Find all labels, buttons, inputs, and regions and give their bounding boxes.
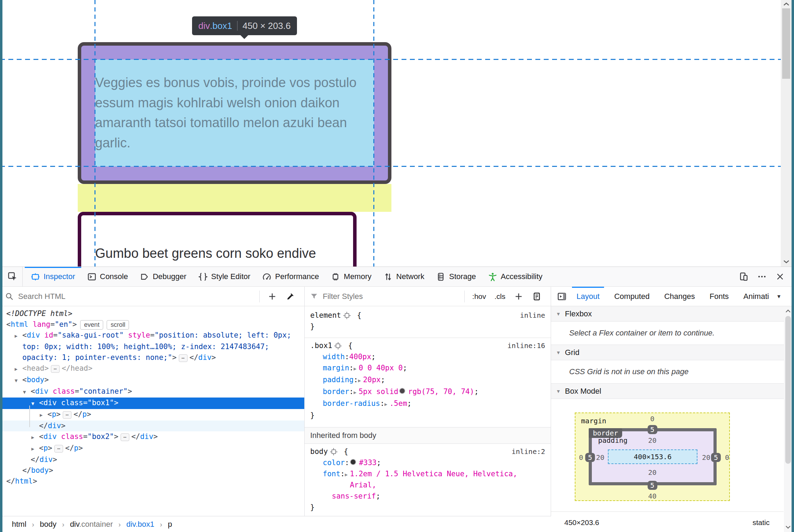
sidebar-tab-animations[interactable]: Animati	[736, 287, 776, 306]
border-bottom-value[interactable]: 5	[647, 481, 657, 490]
scroll-up-icon[interactable]	[781, 0, 792, 8]
all-tabs-menu[interactable]: ▼	[776, 293, 791, 299]
padding-left-value[interactable]: 20	[596, 453, 604, 462]
token-brk: </	[131, 432, 140, 441]
markup-row-body-close[interactable]: </body>	[0, 465, 304, 476]
expand-pane-button[interactable]	[555, 287, 569, 306]
tab-debugger[interactable]: Debugger	[134, 267, 192, 286]
tab-performance[interactable]: Performance	[256, 267, 325, 286]
indent-guide	[29, 406, 30, 427]
declaration-padding[interactable]: padding: ▶20px;	[305, 374, 551, 386]
flexbox-section-header[interactable]: ▼ Flexbox	[551, 306, 794, 322]
markup-row-html-close[interactable]: </html>	[0, 476, 304, 487]
declaration-width[interactable]: width: 400px;	[305, 351, 551, 362]
border-right-value[interactable]: 5	[711, 453, 721, 462]
declaration-margin[interactable]: margin: ▶0 0 40px 0;	[305, 362, 551, 374]
sidebar-tab-computed[interactable]: Computed	[607, 287, 657, 306]
declaration-font-wrap[interactable]: sans-serif;	[305, 491, 551, 502]
add-rule-button[interactable]	[510, 287, 528, 306]
devtools-menu-button[interactable]	[753, 267, 771, 286]
rule-source-link[interactable]: inline:2	[512, 446, 545, 457]
tab-inspector[interactable]: Inspector	[25, 267, 81, 286]
markup-row-box2[interactable]: ▶<div class="box2">⋯</div>	[0, 431, 304, 443]
markup-row-html[interactable]: <html lang="en">eventscroll	[0, 319, 304, 330]
breadcrumb-item-p[interactable]: p	[168, 520, 172, 529]
token-rbrk: {	[339, 447, 348, 456]
token-rval: 1.2em / 1.5 Helvetica Neue, Helvetica, A…	[350, 468, 545, 491]
padding-bottom-value[interactable]: 20	[648, 468, 656, 477]
add-node-button[interactable]	[263, 287, 281, 306]
rule-selector[interactable]: .box1 {	[310, 340, 353, 351]
declaration-font[interactable]: font: ▶1.2em / 1.5 Helvetica Neue, Helve…	[305, 468, 551, 491]
tab-console[interactable]: Console	[81, 267, 134, 286]
border-left-value[interactable]: 5	[585, 453, 595, 462]
tab-style-editor[interactable]: Style Editor	[192, 267, 257, 286]
declaration-border[interactable]: border: ▶5px solidrgb(75, 70, 74);	[305, 386, 551, 398]
rule-source-link[interactable]: inline:16	[507, 340, 545, 351]
page-scrollbar[interactable]	[781, 0, 792, 267]
padding-top-value[interactable]: 20	[648, 436, 656, 445]
eyedropper-button[interactable]	[281, 287, 299, 306]
markup-row-saka-gui-root[interactable]: ▶<div id="saka-gui-root" style="position…	[0, 330, 300, 363]
devtools-panels: Search HTML	[0, 287, 794, 532]
breadcrumb-item-body[interactable]: body	[40, 520, 56, 529]
print-simulation-button[interactable]	[528, 287, 546, 306]
sidebar-scrollbar-thumb[interactable]	[785, 316, 791, 464]
filter-styles-input[interactable]: Filter Styles	[323, 292, 363, 301]
markup-row-container-close[interactable]: </div>	[0, 454, 304, 465]
sidebar-tab-layout[interactable]: Layout	[569, 287, 607, 306]
boxmodel-section-header[interactable]: ▼ Box Model	[551, 384, 794, 399]
sidebar-scrollbar[interactable]	[784, 306, 792, 532]
box-model-footer: 450×203.6 static	[551, 511, 784, 532]
pseudo-class-toggle[interactable]: :hov	[468, 292, 490, 301]
breadcrumb-item-box1[interactable]: div.box1	[126, 520, 154, 529]
token-tag: p	[82, 410, 87, 418]
scroll-down-icon[interactable]	[784, 523, 792, 531]
token-rexp: ▶	[384, 399, 389, 410]
box-model-content[interactable]: 400×153.6	[608, 449, 697, 464]
grid-message: CSS Grid is not in use on this page	[551, 360, 794, 384]
token-rprop: color	[323, 457, 345, 468]
rule-selector[interactable]: element {	[310, 310, 361, 321]
tab-storage[interactable]: Storage	[430, 267, 482, 286]
token-brk: >	[61, 422, 66, 430]
markup-row-head[interactable]: ▶<head>⋯</head>	[0, 363, 304, 375]
declaration-border-radius[interactable]: border-radius: ▶.5em;	[305, 398, 551, 410]
tab-network[interactable]: Network	[377, 267, 430, 286]
markup-row-box1-close[interactable]: </div>	[0, 421, 304, 431]
margin-bottom-value[interactable]: 40	[648, 492, 656, 500]
margin-top-value[interactable]: 0	[650, 415, 654, 423]
markup-row-container[interactable]: ▼<div class="container">	[0, 386, 304, 398]
tab-accessibility[interactable]: Accessibility	[482, 267, 549, 286]
class-toggle[interactable]: .cls	[490, 292, 510, 301]
padding-right-value[interactable]: 20	[702, 453, 710, 462]
grid-section-header[interactable]: ▼ Grid	[551, 345, 794, 360]
markup-row-p[interactable]: ▶<p>⋯</p>	[0, 409, 304, 421]
token-val: "box1"	[87, 399, 114, 407]
breadcrumb-item-html[interactable]: html	[12, 520, 26, 529]
tab-memory[interactable]: Memory	[325, 267, 377, 286]
margin-right-value[interactable]: 0	[725, 453, 729, 462]
markup-row-body[interactable]: ▼<body>	[0, 375, 304, 386]
chevron-down-icon: ▼	[556, 350, 561, 355]
close-devtools-button[interactable]	[771, 267, 789, 286]
rule-selector[interactable]: body {	[310, 446, 348, 457]
markup-row-p2[interactable]: ▶<p>⋯</p>	[0, 443, 304, 454]
page-scrollbar-thumb[interactable]	[782, 8, 790, 79]
markup-row-doctype[interactable]: <!DOCTYPE html>	[0, 308, 304, 319]
border-top-value[interactable]: 5	[647, 425, 657, 434]
search-input[interactable]: Search HTML	[18, 292, 66, 301]
declaration-color[interactable]: color: #333;	[305, 457, 551, 468]
sidebar-tab-changes[interactable]: Changes	[657, 287, 702, 306]
rule-source-link[interactable]: inline	[520, 310, 545, 321]
markup-row-box1-selected[interactable]: ▼<div class="box1">	[0, 398, 304, 409]
margin-left-value[interactable]: 0	[579, 453, 583, 462]
scroll-down-icon[interactable]	[781, 257, 792, 266]
breadcrumb-item-container[interactable]: div.container	[70, 520, 113, 529]
sidebar-tab-fonts[interactable]: Fonts	[702, 287, 736, 306]
responsive-design-mode-button[interactable]	[735, 267, 753, 286]
token-rexp: ▶	[345, 469, 350, 480]
node-picker-button[interactable]	[2, 267, 23, 286]
scroll-up-icon[interactable]	[784, 307, 792, 315]
token-rprop: font	[323, 468, 341, 479]
